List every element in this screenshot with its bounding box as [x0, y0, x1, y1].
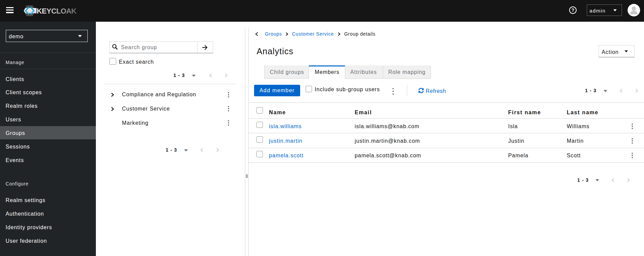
svg-text:KEYCLOAK: KEYCLOAK	[37, 7, 77, 15]
